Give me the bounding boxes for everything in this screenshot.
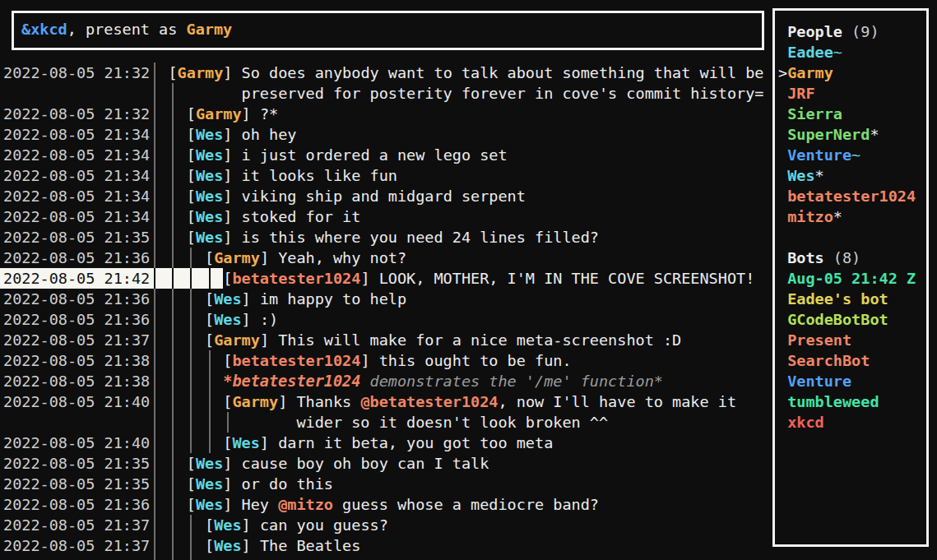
chat-row[interactable]: 2022-08-05 21:34[Wes] i just ordered a n… xyxy=(0,145,772,165)
roster-item-garmy[interactable]: >Garmy xyxy=(778,62,926,83)
message-text: [ xyxy=(205,290,214,308)
chat-row[interactable]: 2022-08-05 21:35[Wes] or do this xyxy=(0,474,772,494)
nick-text: Wes xyxy=(196,146,223,164)
chat-row[interactable]: wider so it doesn't look broken ^^ xyxy=(0,412,772,433)
nick-text: Wes xyxy=(232,434,259,451)
message-text: [ xyxy=(187,167,196,184)
message-text: [ xyxy=(187,126,196,143)
chat-row[interactable]: 2022-08-05 21:37[Garmy] This will make f… xyxy=(0,330,772,350)
roster-item-betatester1024[interactable]: betatester1024 xyxy=(778,186,926,206)
indent-space xyxy=(778,146,787,164)
bots-list: Aug-05 21:42 Z Eadee's bot GCodeBotBot P… xyxy=(778,268,926,433)
message-text: [ xyxy=(223,270,232,287)
chat-row-selected[interactable]: 2022-08-05 21:42[betatester1024] LOOK, M… xyxy=(0,268,772,289)
timestamp: 2022-08-05 21:37 xyxy=(3,330,150,350)
message-text: [ xyxy=(187,229,196,246)
chat-message: [Wes] im happy to help xyxy=(205,289,406,309)
chat-row[interactable]: 2022-08-05 21:38[betatester1024] this ou… xyxy=(0,350,772,371)
nick-text: Garmy xyxy=(232,393,278,410)
chat-message: [Garmy] Yeah, why not? xyxy=(205,248,406,268)
roster-item-venture[interactable]: Venture~ xyxy=(778,145,926,165)
roster-item-tumbleweed[interactable]: tumbleweed xyxy=(778,391,926,412)
chat-row[interactable]: 2022-08-05 21:35[Wes] is this where you … xyxy=(0,227,772,248)
message-text: Yeah, why not? xyxy=(278,249,406,266)
indent-space xyxy=(778,85,787,102)
chat-row[interactable]: 2022-08-05 21:34[Wes] viking ship and mi… xyxy=(0,186,772,206)
message-text: guess whose a mediocre band? xyxy=(333,496,599,513)
message-text: [ xyxy=(223,352,232,369)
message-text: ] xyxy=(223,187,241,205)
timestamp: 2022-08-05 21:35 xyxy=(3,474,150,494)
chat-row[interactable]: 2022-08-05 21:32[Garmy] So does anybody … xyxy=(0,62,772,83)
message-text: oh hey xyxy=(242,126,297,143)
message-text: ] xyxy=(223,167,241,184)
people-section-header: People (9) xyxy=(778,21,926,42)
roster-item-supernerd[interactable]: SuperNerd* xyxy=(778,124,926,145)
timestamp: 2022-08-05 21:34 xyxy=(3,186,150,206)
chat-row[interactable]: 2022-08-05 21:36[Wes] Hey @mitzo guess w… xyxy=(0,494,772,515)
chat-message: [Wes] oh hey xyxy=(187,124,297,145)
roster-item-jrf[interactable]: JRF xyxy=(778,83,926,104)
message-text: ] xyxy=(242,516,260,534)
chat-message: [Garmy] ?* xyxy=(187,104,278,124)
indent-space xyxy=(778,373,787,390)
chat-row[interactable]: 2022-08-05 21:40[Wes] darn it beta, you … xyxy=(0,433,772,453)
people-title: People xyxy=(787,23,842,40)
indent-space xyxy=(778,187,787,205)
chat-row[interactable]: 2022-08-05 21:34[Wes] oh hey xyxy=(0,124,772,145)
roster-item-eadee-s-bot[interactable]: Eadee's bot xyxy=(778,289,926,309)
chat-row[interactable]: preserved for posterity forever in cove'… xyxy=(0,83,772,104)
roster-item-sierra[interactable]: Sierra xyxy=(778,104,926,124)
nick-text: @mitzo xyxy=(278,496,333,513)
roster-item-wes[interactable]: Wes* xyxy=(778,165,926,186)
message-text: ] xyxy=(223,126,241,143)
message-text: [ xyxy=(187,475,196,493)
message-text: ] xyxy=(260,249,278,266)
timestamp: 2022-08-05 21:38 xyxy=(3,350,150,371)
roster-name: Aug-05 21:42 Z xyxy=(787,270,916,287)
chat-row[interactable]: 2022-08-05 21:36[Garmy] Yeah, why not? xyxy=(0,248,772,268)
chat-row[interactable]: 2022-08-05 21:34[Wes] it looks like fun xyxy=(0,165,772,186)
roster-item-mitzo[interactable]: mitzo* xyxy=(778,206,926,227)
chat-row[interactable]: 2022-08-05 21:35[Wes] cause boy oh boy c… xyxy=(0,453,772,474)
roster-item-eadee[interactable]: Eadee~ xyxy=(778,42,926,62)
chat-row[interactable]: 2022-08-05 21:37[Wes] The Beatles xyxy=(0,535,772,556)
timestamp: 2022-08-05 21:36 xyxy=(3,309,150,330)
indent-space xyxy=(778,105,787,123)
chat-row[interactable]: 2022-08-05 21:40[Garmy] Thanks @betatest… xyxy=(0,391,772,412)
chat-row[interactable]: 2022-08-05 21:36[Wes] :) xyxy=(0,309,772,330)
chat-row[interactable]: 2022-08-05 21:37[Wes] can you guess? xyxy=(0,515,772,535)
chat-row[interactable]: 2022-08-05 21:34[Wes] stoked for it xyxy=(0,206,772,227)
people-list: Eadee~>Garmy JRF Sierra SuperNerd* Ventu… xyxy=(778,42,926,227)
roster-item-searchbot[interactable]: SearchBot xyxy=(778,350,926,371)
current-user-marker: > xyxy=(778,64,787,81)
message-text: ] xyxy=(360,270,378,287)
roster-status-suffix: * xyxy=(833,208,842,225)
channel-header-text: , present as xyxy=(67,21,187,38)
roster-item-xkcd[interactable]: xkcd xyxy=(778,412,926,433)
roster-name: Venture xyxy=(787,373,851,390)
roster-sidebar: People (9) Eadee~>Garmy JRF Sierra Super… xyxy=(772,8,929,547)
nick-text: Wes xyxy=(196,208,223,225)
roster-name: xkcd xyxy=(787,414,824,431)
chat-row[interactable]: 2022-08-05 21:36[Wes] im happy to help xyxy=(0,289,772,309)
message-text: :) xyxy=(260,311,278,328)
roster-name: Garmy xyxy=(787,64,833,81)
chat-message: [Garmy] This will make for a nice meta-s… xyxy=(205,330,681,350)
roster-name: Present xyxy=(787,331,851,349)
roster-name: SearchBot xyxy=(787,352,870,369)
chat-row[interactable]: 2022-08-05 21:32[Garmy] ?* xyxy=(0,104,772,124)
timestamp: 2022-08-05 21:32 xyxy=(3,62,150,83)
chat-message: preserved for posterity forever in cove'… xyxy=(242,83,764,104)
chat-row[interactable]: 2022-08-05 21:38*betatester1024 demonstr… xyxy=(0,371,772,391)
roster-item-aug-05-21-42-z[interactable]: Aug-05 21:42 Z xyxy=(778,268,926,289)
roster-item-venture[interactable]: Venture xyxy=(778,371,926,391)
bots-count-value: (8) xyxy=(833,249,860,266)
roster-item-present[interactable]: Present xyxy=(778,330,926,350)
chat-message: [betatester1024] LOOK, MOTHER, I'M IN TH… xyxy=(223,268,754,289)
indent-space xyxy=(778,126,787,143)
roster-item-gcodebotbot[interactable]: GCodeBotBot xyxy=(778,309,926,330)
message-text: ?* xyxy=(260,105,278,123)
message-text: Hey xyxy=(242,496,279,513)
message-text: Thanks xyxy=(296,393,360,410)
